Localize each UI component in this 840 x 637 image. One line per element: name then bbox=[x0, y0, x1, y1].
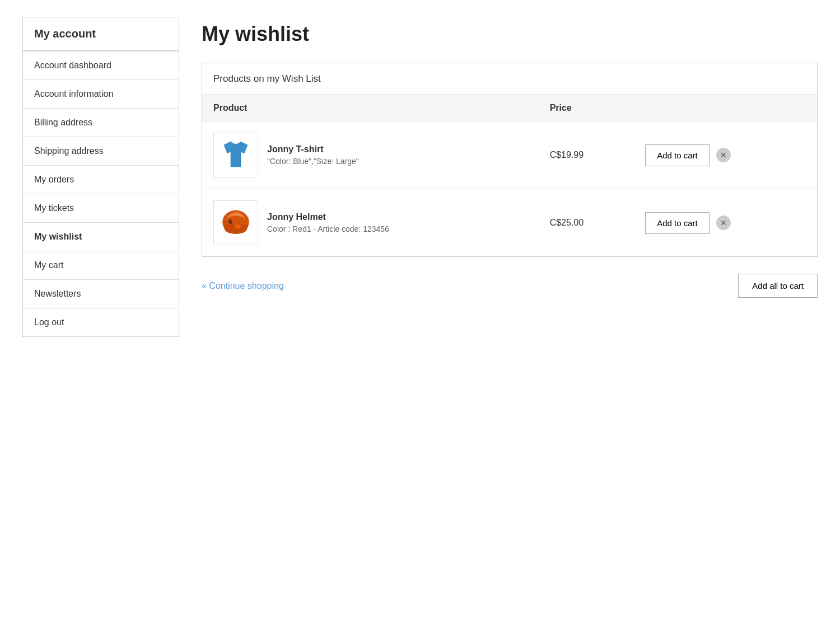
wishlist-container: Products on my Wish List Product Price J… bbox=[202, 63, 818, 257]
sidebar-item-my-cart[interactable]: My cart bbox=[23, 251, 179, 280]
bottom-actions: « Continue shopping Add all to cart bbox=[202, 274, 818, 298]
add-all-to-cart-button[interactable]: Add all to cart bbox=[738, 274, 818, 298]
col-header-price: Price bbox=[539, 95, 634, 121]
table-row: Jonny HelmetColor : Red1 - Article code:… bbox=[202, 189, 817, 257]
add-to-cart-button-jonny-helmet[interactable]: Add to cart bbox=[645, 212, 710, 234]
product-name-jonny-helmet: Jonny Helmet bbox=[267, 212, 528, 222]
remove-button-jonny-helmet[interactable]: ✕ bbox=[716, 216, 731, 230]
product-info-jonny-tshirt: Jonny T-shirt"Color: Blue","Size: Large" bbox=[267, 144, 528, 166]
col-header-action bbox=[634, 95, 817, 121]
product-price-jonny-tshirt: C$19.99 bbox=[539, 121, 634, 189]
sidebar-item-newsletters[interactable]: Newsletters bbox=[23, 280, 179, 308]
sidebar-title: My account bbox=[23, 17, 179, 51]
table-row: Jonny T-shirt"Color: Blue","Size: Large"… bbox=[202, 121, 817, 189]
tshirt-icon bbox=[219, 138, 253, 172]
sidebar: My account Account dashboardAccount info… bbox=[22, 17, 179, 337]
product-info-jonny-helmet: Jonny HelmetColor : Red1 - Article code:… bbox=[267, 212, 528, 233]
page-title: My wishlist bbox=[202, 22, 818, 46]
sidebar-item-account-information[interactable]: Account information bbox=[23, 80, 179, 109]
sidebar-item-shipping-address[interactable]: Shipping address bbox=[23, 137, 179, 166]
col-header-product: Product bbox=[202, 95, 539, 121]
wishlist-table: Product Price Jonny T-shirt"Color: Blue"… bbox=[202, 95, 817, 256]
sidebar-item-my-tickets[interactable]: My tickets bbox=[23, 194, 179, 223]
product-cell-jonny-helmet: Jonny HelmetColor : Red1 - Article code:… bbox=[202, 189, 539, 257]
product-price-jonny-helmet: C$25.00 bbox=[539, 189, 634, 257]
main-content: My wishlist Products on my Wish List Pro… bbox=[202, 17, 818, 620]
sidebar-item-billing-address[interactable]: Billing address bbox=[23, 109, 179, 137]
product-cell-jonny-tshirt: Jonny T-shirt"Color: Blue","Size: Large" bbox=[202, 121, 539, 189]
sidebar-item-log-out[interactable]: Log out bbox=[23, 308, 179, 336]
product-action-jonny-tshirt: Add to cart✕ bbox=[634, 121, 817, 189]
remove-button-jonny-tshirt[interactable]: ✕ bbox=[716, 148, 731, 162]
add-to-cart-button-jonny-tshirt[interactable]: Add to cart bbox=[645, 144, 710, 166]
product-image-jonny-tshirt bbox=[213, 133, 258, 177]
sidebar-item-my-wishlist[interactable]: My wishlist bbox=[23, 223, 179, 251]
sidebar-item-my-orders[interactable]: My orders bbox=[23, 166, 179, 194]
continue-shopping-link[interactable]: « Continue shopping bbox=[202, 281, 284, 291]
svg-point-2 bbox=[235, 225, 241, 229]
product-name-jonny-tshirt: Jonny T-shirt bbox=[267, 144, 528, 154]
sidebar-item-account-dashboard[interactable]: Account dashboard bbox=[23, 51, 179, 80]
product-action-jonny-helmet: Add to cart✕ bbox=[634, 189, 817, 257]
product-desc-jonny-tshirt: "Color: Blue","Size: Large" bbox=[267, 157, 528, 166]
helmet-icon bbox=[216, 203, 255, 242]
product-image-jonny-helmet bbox=[213, 200, 258, 245]
product-desc-jonny-helmet: Color : Red1 - Article code: 123456 bbox=[267, 224, 528, 233]
wishlist-section-title: Products on my Wish List bbox=[202, 63, 817, 95]
